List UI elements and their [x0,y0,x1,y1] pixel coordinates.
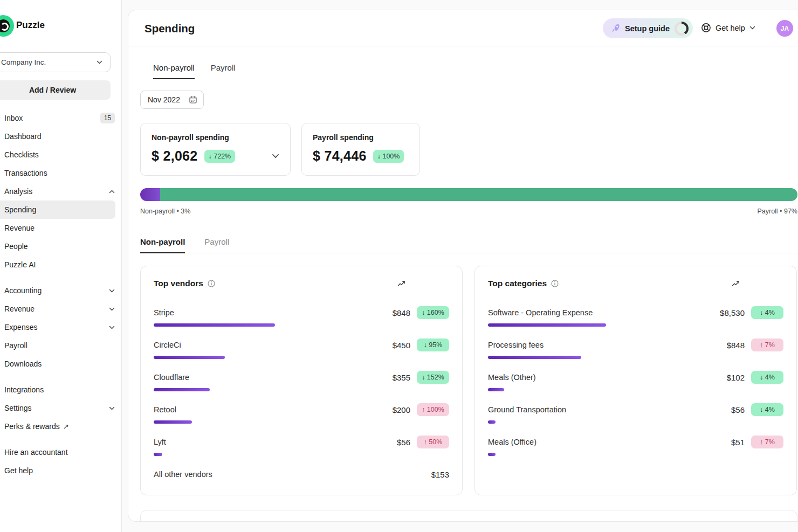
sidebar-item-accounting[interactable]: Accounting [0,281,121,300]
tab-payroll[interactable]: Payroll [211,63,236,79]
payroll-summary-card: Payroll spending $ 74,446 ↓ 100% [301,123,420,176]
category-row: Processing fees $848 ↑ 7% [488,338,783,359]
sidebar-item-transactions[interactable]: Transactions [0,164,121,182]
delta-badge: ↓ 100% [373,150,404,163]
chevron-down-icon [109,406,115,410]
month-picker[interactable]: Nov 2022 [140,91,204,109]
delta-badge: ↓ 4% [751,403,783,416]
payroll-total: $ 74,446 [313,148,367,164]
top-categories-card: Top categories Software - Operating Expe… [474,266,797,495]
sidebar-nav: Inbox 15 Dashboard Checklists Transactio… [0,109,121,480]
non-payroll-total: $ 2,062 [152,148,198,164]
brand-logo: Puzzle [0,14,119,38]
trend-icon[interactable] [397,280,406,287]
calendar-icon [189,95,197,104]
chevron-down-icon [109,289,115,293]
sidebar-item-revenue[interactable]: Revenue [0,300,121,318]
vendor-row: Cloudflare $355 ↓ 152% [154,371,449,391]
card-title: Top vendors [154,279,203,288]
chevron-down-icon [749,26,755,30]
chevron-down-icon [109,326,115,329]
category-bar [488,453,496,456]
sidebar-item-revenue-analysis[interactable]: Revenue [0,219,121,237]
split-bar-labels: Non-payroll • 3% Payroll • 97% [140,208,797,215]
sidebar-item-integrations[interactable]: Integrations [0,381,121,399]
summary-cards: Non-payroll spending $ 2,062 ↓ 722% Payr… [140,123,420,176]
spending-panel: Spending Setup guide Get help JA Non-pay… [128,10,798,522]
category-row: Software - Operating Expense $8,530 ↓ 4% [488,306,783,327]
category-row: Meals (Office) $51 ↑ 7% [488,436,783,456]
sidebar-item-people[interactable]: People [0,237,121,255]
sidebar-item-perks-rewards[interactable]: Perks & rewards ↗ [0,417,121,436]
delta-badge: ↑ 50% [417,436,449,448]
category-bar [488,420,496,424]
payroll-split-bar [140,188,797,201]
vendor-row: Stripe $848 ↓ 160% [154,306,449,327]
get-help-menu[interactable]: Get help [701,23,755,33]
tab-payroll-breakdown[interactable]: Payroll [204,237,229,253]
info-icon[interactable] [551,280,559,287]
sidebar-item-inbox[interactable]: Inbox 15 [0,109,121,127]
vendor-bar [154,388,210,391]
sidebar-item-analysis[interactable]: Analysis [0,182,121,201]
vendor-bar [154,323,275,327]
payroll-segment [160,188,797,201]
avatar[interactable]: JA [776,20,793,37]
sidebar-item-checklists[interactable]: Checklists [0,146,121,164]
next-section-card [140,510,797,522]
rocket-icon [611,24,620,33]
sidebar-item-puzzle-ai[interactable]: Puzzle AI [0,255,121,274]
sidebar-item-hire-accountant[interactable]: Hire an accountant [0,443,121,461]
puzzle-logo-icon [0,15,14,37]
sidebar-item-payroll[interactable]: Payroll [0,336,121,355]
chevron-up-icon [109,190,115,194]
page-title: Spending [145,22,195,35]
vendor-bar [154,453,162,456]
setup-guide-button[interactable]: Setup guide [603,18,693,38]
category-bar [488,356,581,359]
category-bar [488,323,606,327]
sidebar-item-downloads[interactable]: Downloads [0,355,121,373]
sidebar: Puzzle Company Inc. Add / Review Inbox 1… [0,0,122,532]
delta-badge: ↑ 7% [751,436,783,448]
vendor-bar [154,420,192,424]
tab-non-payroll-breakdown[interactable]: Non-payroll [140,237,185,253]
tab-non-payroll[interactable]: Non-payroll [153,63,195,79]
brand-name: Puzzle [16,20,45,31]
delta-badge: ↓ 152% [417,371,449,384]
add-review-button[interactable]: Add / Review [0,80,111,100]
delta-badge: ↓ 722% [204,150,236,163]
external-link-icon: ↗ [63,423,69,431]
delta-badge: ↑ 100% [417,403,449,416]
delta-badge: ↑ 7% [751,338,783,351]
non-payroll-share-label: Non-payroll • 3% [140,208,190,215]
chevron-down-icon[interactable] [272,154,279,158]
spending-type-tabs: Non-payroll Payroll [153,63,236,79]
category-row: Meals (Other) $102 ↓ 4% [488,371,783,391]
info-icon[interactable] [208,280,215,287]
company-selector[interactable]: Company Inc. [0,52,111,72]
top-vendors-card: Top vendors Stripe $848 ↓ 160% CircleCi … [140,266,463,495]
chevron-down-icon [109,307,115,311]
delta-badge: ↓ 160% [417,306,449,319]
trend-icon[interactable] [732,280,740,287]
category-row: Ground Transportation $56 ↓ 4% [488,403,783,424]
inbox-count-badge: 15 [100,113,115,123]
company-name: Company Inc. [1,58,46,66]
delta-badge: ↓ 4% [751,371,783,384]
all-other-vendors-row: All other vendors $153 [154,468,449,481]
vendor-bar [154,356,225,359]
sidebar-item-get-help[interactable]: Get help [0,461,121,480]
sidebar-item-dashboard[interactable]: Dashboard [0,127,121,146]
vendor-row: Retool $200 ↑ 100% [154,403,449,424]
vendor-row: CircleCi $450 ↓ 95% [154,338,449,359]
help-icon [701,23,711,33]
sidebar-item-expenses[interactable]: Expenses [0,318,121,336]
delta-badge: ↓ 4% [751,306,783,319]
sidebar-item-settings[interactable]: Settings [0,399,121,417]
sidebar-item-spending[interactable]: Spending [0,201,115,219]
chevron-down-icon [97,60,102,64]
payroll-share-label: Payroll • 97% [757,208,797,215]
content-area: Spending Setup guide Get help JA Non-pay… [122,0,798,532]
vendor-row: Lyft $56 ↑ 50% [154,436,449,456]
